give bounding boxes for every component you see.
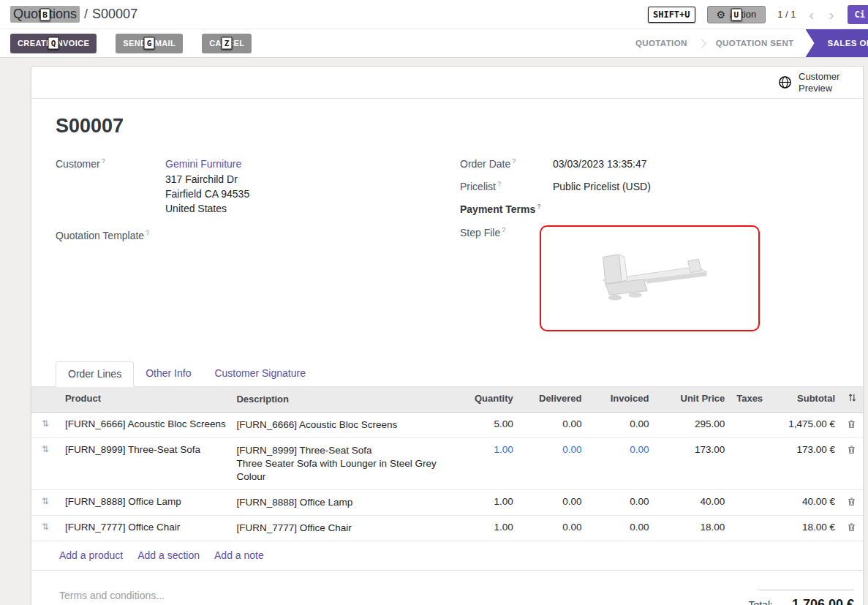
quantity-cell[interactable]: 5.00: [453, 413, 519, 437]
total-label: Total:: [748, 599, 772, 605]
product-cell[interactable]: [FURN_8888] Office Lamp: [59, 490, 231, 515]
send-email-button[interactable]: SEND EMAIL G: [116, 34, 183, 53]
invoiced-cell[interactable]: 0.00: [588, 490, 655, 515]
step-file-image[interactable]: [540, 225, 760, 331]
step-file-3d-render: [562, 240, 738, 316]
drag-handle-icon[interactable]: ⇅: [31, 413, 59, 437]
total-separator: [759, 590, 854, 590]
invoiced-cell[interactable]: 0.00: [588, 516, 655, 541]
delete-row-button[interactable]: [841, 516, 863, 541]
description-cell[interactable]: [FURN_7777] Office Chair: [231, 516, 453, 541]
unit-price-cell[interactable]: 18.00: [654, 516, 731, 541]
kbd-hint-send-email: G: [144, 37, 155, 50]
unit-price-cell[interactable]: 295.00: [654, 413, 731, 437]
kbd-hint-action: U: [731, 8, 742, 20]
taxes-cell[interactable]: [731, 413, 764, 437]
globe-icon: [778, 75, 792, 89]
terms-and-conditions-input[interactable]: Terms and conditions...: [59, 590, 165, 605]
invoiced-cell[interactable]: 0.00: [588, 438, 655, 489]
tab-customer-signature[interactable]: Customer Signature: [203, 361, 317, 387]
delivered-cell[interactable]: 0.00: [519, 490, 588, 515]
quantity-cell[interactable]: 1.00: [453, 438, 519, 489]
delivered-cell[interactable]: 0.00: [519, 413, 588, 437]
address-line: Fairfield CA 94535: [165, 187, 249, 201]
order-line-row[interactable]: ⇅ [FURN_7777] Office Chair [FURN_7777] O…: [31, 516, 863, 541]
drag-handle-icon[interactable]: ⇅: [31, 490, 59, 515]
delete-row-button[interactable]: [841, 490, 863, 515]
notebook-tabs: Order Lines Other Info Customer Signatur…: [31, 361, 863, 387]
field-grid: Customer? Gemini Furniture 317 Fairchild…: [56, 157, 837, 339]
breadcrumb-current-record: S00007: [92, 7, 137, 22]
help-icon: ?: [146, 229, 149, 236]
invoiced-column-header: Invoiced: [588, 387, 655, 412]
order-line-row[interactable]: ⇅ [FURN_8888] Office Lamp [FURN_8888] Of…: [31, 490, 863, 516]
description-cell[interactable]: [FURN_8999] Three-Seat Sofa Three Seater…: [231, 438, 453, 489]
trash-icon: [847, 522, 856, 532]
pricelist-value[interactable]: Public Pricelist (USD): [553, 179, 651, 194]
field-payment-terms: Payment Terms?: [460, 202, 837, 215]
pager-previous-icon[interactable]: ‹: [808, 7, 816, 22]
taxes-cell[interactable]: [731, 438, 764, 489]
quotation-template-label: Quotation Template?: [56, 228, 165, 241]
breadcrumb-separator: /: [84, 7, 88, 22]
customer-preview-button[interactable]: Customer Preview: [778, 71, 847, 94]
tab-other-info[interactable]: Other Info: [134, 361, 203, 387]
create-invoice-button[interactable]: CREATE INVOICE Q: [10, 34, 97, 53]
gear-icon: ⚙: [717, 9, 726, 20]
unit-price-cell[interactable]: 173.00: [654, 438, 731, 489]
subtotal-cell: 1,475.00 €: [764, 413, 841, 437]
delete-row-button[interactable]: [841, 413, 863, 437]
pager-next-icon[interactable]: ›: [828, 7, 836, 22]
stage-sales-order[interactable]: SALES ORDER: [806, 29, 868, 57]
subtotal-cell: 18.00 €: [764, 516, 841, 541]
handle-column-header: [31, 387, 59, 412]
add-product-link[interactable]: Add a product: [59, 549, 123, 561]
optional-columns-button[interactable]: [841, 387, 863, 412]
stage-quotation-sent[interactable]: QUOTATION SENT: [704, 29, 806, 57]
customer-label: Customer?: [56, 157, 165, 216]
description-cell[interactable]: [FURN_8888] Office Lamp: [231, 490, 453, 515]
customer-link[interactable]: Gemini Furniture: [165, 158, 241, 170]
stage-quotation[interactable]: QUOTATION: [624, 29, 699, 57]
invoiced-cell[interactable]: 0.00: [588, 413, 655, 437]
kbd-hint-breadcrumb: B: [39, 8, 50, 20]
description-cell[interactable]: [FURN_6666] Acoustic Bloc Screens: [231, 413, 453, 437]
quantity-cell[interactable]: 1.00: [453, 516, 519, 541]
add-note-link[interactable]: Add a note: [214, 549, 264, 561]
product-cell[interactable]: [FURN_6666] Acoustic Bloc Screens: [59, 413, 231, 437]
field-customer: Customer? Gemini Furniture 317 Fairchild…: [56, 157, 460, 216]
taxes-column-header: Taxes: [731, 387, 764, 412]
delete-row-button[interactable]: [841, 438, 863, 489]
unit-price-cell[interactable]: 40.00: [654, 490, 731, 515]
order-date-value[interactable]: 03/03/2023 13:35:47: [553, 157, 646, 171]
adjust-columns-icon: [848, 393, 857, 402]
taxes-cell[interactable]: [731, 516, 764, 541]
taxes-cell[interactable]: [731, 490, 764, 515]
order-line-row[interactable]: ⇅ [FURN_6666] Acoustic Bloc Screens [FUR…: [31, 413, 863, 438]
help-icon: ?: [502, 226, 505, 233]
form-sheet: Customer Preview S00007 Customer? Gemini…: [31, 66, 864, 605]
breadcrumb: Quotations B / S00007: [10, 6, 137, 23]
address-line: 317 Fairchild Dr: [165, 172, 249, 187]
sheet-body: S00007 Customer? Gemini Furniture 317 Fa…: [31, 115, 863, 339]
cancel-button[interactable]: CANCEL Z: [202, 34, 252, 53]
trash-icon: [847, 497, 856, 506]
help-icon: ?: [512, 157, 516, 165]
quantity-cell[interactable]: 1.00: [453, 490, 519, 515]
tab-order-lines[interactable]: Order Lines: [56, 361, 134, 387]
record-pager: 1 / 1: [777, 9, 796, 20]
form-view-area: Customer Preview S00007 Customer? Gemini…: [0, 58, 868, 605]
delivered-cell[interactable]: 0.00: [519, 516, 588, 541]
page-title: S00007: [56, 115, 837, 138]
drag-handle-icon[interactable]: ⇅: [31, 516, 59, 541]
drag-handle-icon[interactable]: ⇅: [31, 438, 59, 489]
product-cell[interactable]: [FURN_7777] Office Chair: [59, 516, 231, 541]
product-cell[interactable]: [FURN_8999] Three-Seat Sofa: [59, 438, 231, 489]
delivered-cell[interactable]: 0.00: [519, 438, 588, 489]
order-line-row[interactable]: ⇅ [FURN_8999] Three-Seat Sofa [FURN_8999…: [31, 438, 863, 490]
action-menu-button[interactable]: ⚙ Action U: [707, 6, 766, 23]
breadcrumb-quotations[interactable]: Quotations B: [10, 6, 80, 23]
add-section-link[interactable]: Add a section: [137, 549, 200, 561]
kbd-hint-corner[interactable]: Ci: [848, 5, 868, 24]
kbd-hint-create-invoice: Q: [48, 37, 59, 50]
